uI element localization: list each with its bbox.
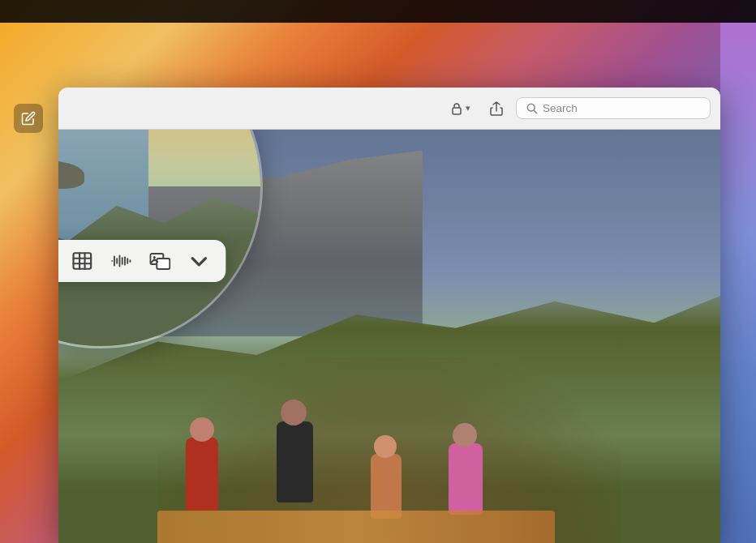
magnifier-circle: Aa	[58, 130, 263, 348]
browser-content: Aa	[58, 130, 720, 543]
sidebar-edit-button[interactable]	[14, 104, 43, 133]
svg-point-16	[153, 256, 156, 259]
chevron-down-icon	[189, 250, 210, 272]
media-insert-button[interactable]	[150, 250, 171, 272]
lock-icon	[451, 102, 462, 115]
browser-toolbar: ▾ Search	[58, 88, 720, 130]
more-options-button[interactable]	[189, 250, 210, 272]
browser-window: ▾ Search	[58, 88, 720, 543]
search-icon	[526, 103, 538, 114]
svg-rect-15	[157, 259, 170, 269]
share-button[interactable]	[485, 97, 508, 120]
share-icon	[490, 101, 503, 116]
search-placeholder: Search	[543, 102, 578, 114]
svg-rect-0	[453, 108, 461, 114]
picnic-blanket	[157, 511, 555, 543]
svg-rect-8	[74, 253, 92, 269]
menu-bar	[0, 0, 756, 23]
audio-format-icon	[111, 250, 132, 272]
left-sidebar	[0, 88, 57, 543]
lock-button[interactable]: ▾	[445, 99, 477, 118]
edit-icon	[21, 111, 36, 126]
right-sidebar-strip	[720, 23, 756, 543]
table-format-icon	[72, 250, 93, 272]
toolbar-controls: ▾ Search	[445, 97, 711, 120]
lock-chevron: ▾	[466, 103, 470, 113]
table-format-button[interactable]	[72, 250, 93, 272]
search-bar[interactable]: Search	[516, 97, 711, 119]
media-insert-icon	[150, 250, 171, 272]
magnifier-toolbar: Aa	[58, 240, 226, 282]
magnifier-inner: Aa	[58, 130, 260, 346]
audio-format-button[interactable]	[111, 250, 132, 272]
